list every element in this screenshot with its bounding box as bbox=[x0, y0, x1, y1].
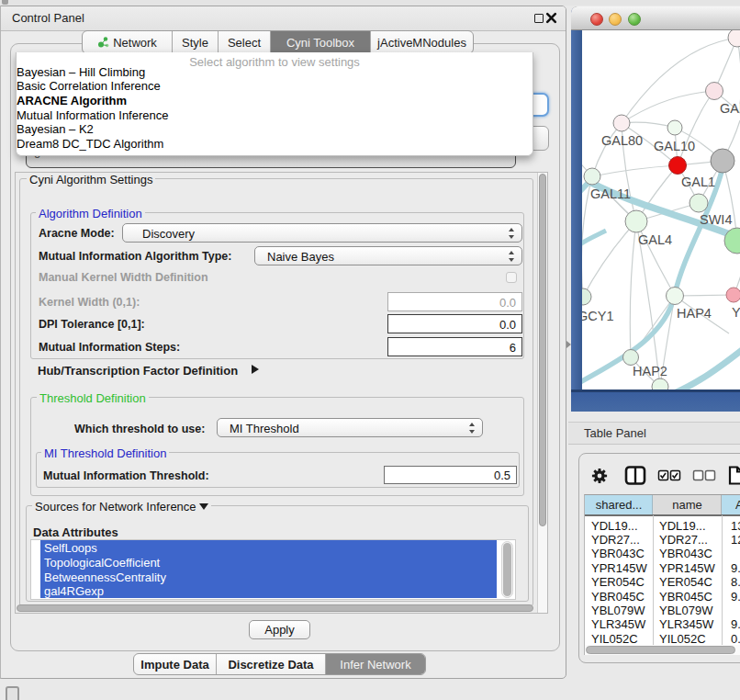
svg-text:GAL1: GAL1 bbox=[681, 175, 715, 189]
svg-text:HAP4: HAP4 bbox=[677, 306, 712, 321]
svg-text:GAL80: GAL80 bbox=[601, 133, 643, 148]
svg-text:GAL10: GAL10 bbox=[654, 139, 695, 153]
svg-text:YM: YM bbox=[732, 305, 740, 320]
svg-text:GAL4: GAL4 bbox=[638, 232, 672, 247]
svg-text:GAL7: GAL7 bbox=[720, 101, 740, 116]
svg-text:GAL11: GAL11 bbox=[590, 186, 631, 201]
svg-text:SWI4: SWI4 bbox=[700, 212, 732, 227]
svg-text:GCY1: GCY1 bbox=[582, 309, 614, 323]
svg-text:HAP2: HAP2 bbox=[633, 364, 667, 378]
